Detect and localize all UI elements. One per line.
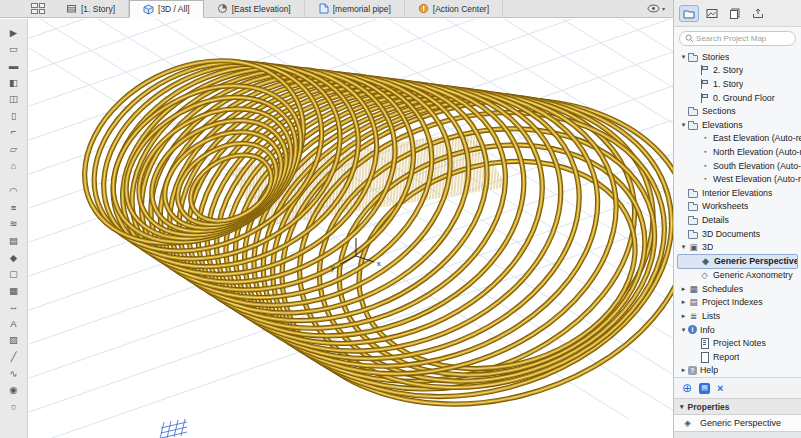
dimension-tool[interactable]: ↔ (3, 299, 25, 316)
marquee-tool[interactable]: ▭ (3, 41, 25, 58)
view-map-button[interactable] (702, 5, 722, 22)
tree-item-help[interactable]: ▸?Help (677, 364, 801, 377)
expand-icon[interactable]: ▸ (679, 312, 688, 320)
search-icon (685, 34, 693, 43)
origin-grid-glyph (160, 419, 187, 438)
tree-item-project-indexes[interactable]: ▸▤Project Indexes (677, 296, 801, 310)
tree-item-label: Generic Perspective (714, 256, 797, 266)
select-tool[interactable]: ▶ (3, 24, 25, 41)
window-tool[interactable]: ◫ (3, 90, 25, 107)
collapse-icon[interactable]: ▾ (679, 243, 688, 251)
column-tool[interactable]: ▯ (3, 107, 25, 124)
3d-viewport[interactable]: x y (29, 19, 673, 438)
shell-tool[interactable]: ◠ (3, 182, 25, 199)
tree-item-3d[interactable]: ▾▣3D (677, 240, 801, 254)
3d-cube-icon (143, 4, 154, 15)
tree-item-0-ground-floor[interactable]: 0. Ground Floor (677, 91, 801, 105)
expand-icon[interactable]: ▸ (679, 285, 688, 293)
tree-item-generic-axonometry[interactable]: ◇Generic Axonometry (677, 269, 801, 283)
folder-icon (688, 52, 699, 62)
elevation-icon: ◔ (699, 161, 710, 171)
text-tool[interactable]: A (3, 315, 25, 332)
tree-item-interior-elevations[interactable]: Interior Elevations (677, 186, 801, 200)
properties-selection-row[interactable]: ◈ Generic Perspective (674, 415, 801, 431)
object-tool[interactable]: ○ (3, 398, 25, 415)
tab-bar: [1. Story] [3D / All] [East Elevation] [… (0, 0, 673, 18)
view-map-icon (706, 8, 718, 19)
roof-tool[interactable]: ⌂ (3, 157, 25, 174)
properties-header[interactable]: ▾ Properties (674, 398, 801, 415)
tree-item-south-elevation-auto-rebuild[interactable]: ◔South Elevation (Auto-rebuild (677, 159, 801, 173)
collapse-icon[interactable]: ▾ (679, 326, 688, 334)
window-layout-button[interactable] (31, 3, 45, 14)
tab-east-elevation[interactable]: [East Elevation] (204, 0, 305, 17)
tree-item-east-elevation-auto-rebuild[interactable]: ◔East Elevation (Auto-rebuild (677, 132, 801, 146)
note-icon (699, 338, 710, 348)
3d-viewport-canvas: x y (29, 19, 673, 438)
collapse-icon[interactable]: ▾ (679, 53, 688, 61)
tab-overflow-button[interactable]: ▾ (647, 0, 665, 17)
tab-1-story[interactable]: [1. Story] (53, 0, 129, 17)
beam-tool[interactable]: ⌐ (3, 124, 25, 141)
settings-button[interactable]: ▤ (699, 383, 710, 394)
tree-item-stories[interactable]: ▾Stories (677, 50, 801, 64)
door-tool[interactable]: ◧ (3, 74, 25, 91)
navigator-header (674, 0, 801, 27)
line-tool[interactable]: ╱ (3, 348, 25, 365)
expand-icon[interactable]: ▸ (679, 298, 688, 306)
tab-label: [3D / All] (158, 4, 190, 14)
folder-icon (688, 215, 699, 225)
collapsed-panel-edge (674, 431, 801, 438)
delete-button[interactable]: × (717, 382, 723, 394)
search-input[interactable] (696, 34, 790, 43)
slab-tool[interactable]: ▱ (3, 140, 25, 157)
spline-tool[interactable]: ∿ (3, 365, 25, 382)
tree-item-label: 2. Story (713, 65, 743, 75)
tree-item-3d-documents[interactable]: 3D Documents (677, 227, 801, 241)
publisher-button[interactable] (748, 5, 768, 22)
add-viewpoint-button[interactable]: ⊕ (682, 382, 692, 394)
tree-item-label: Worksheets (702, 201, 748, 211)
tree-item-schedules[interactable]: ▸▦Schedules (677, 282, 801, 296)
tab-memorial-pipe[interactable]: [memorial pipe] (305, 0, 405, 17)
tree-item-label: Project Indexes (702, 297, 763, 307)
camera-tool[interactable]: ◉ (3, 381, 25, 398)
tree-item-label: Schedules (702, 284, 743, 294)
folder-icon (688, 201, 699, 211)
tree-item-details[interactable]: Details (677, 213, 801, 227)
zone-tool[interactable]: ▢ (3, 265, 25, 282)
project-map-button[interactable] (679, 5, 699, 22)
morph-tool[interactable]: ◆ (3, 249, 25, 266)
tree-item-west-elevation-auto-rebuild[interactable]: ◔West Elevation (Auto-rebuild (677, 172, 801, 186)
tree-item-sections[interactable]: Sections (677, 104, 801, 118)
tree-item-generic-perspective[interactable]: ◈Generic Perspective (677, 254, 798, 269)
search-box (679, 31, 796, 46)
stair-tool[interactable]: ≡ (3, 199, 25, 216)
collapse-icon[interactable]: ▾ (679, 121, 688, 129)
fill-tool[interactable]: ▨ (3, 332, 25, 349)
cube-icon: ▣ (688, 242, 699, 252)
info-icon: i (688, 325, 697, 334)
tree-item-info[interactable]: ▾iInfo (677, 323, 801, 337)
mesh-tool[interactable]: ▦ (3, 282, 25, 299)
tree-item-report[interactable]: Report (677, 350, 801, 364)
tab-3d-all[interactable]: [3D / All] (129, 0, 204, 18)
wall-tool[interactable]: ▬ (3, 57, 25, 74)
tree-item-1-story[interactable]: 1. Story (677, 77, 801, 91)
tab-action-center[interactable]: [Action Center] (405, 0, 503, 17)
tree-item-2-story[interactable]: 2. Story (677, 64, 801, 78)
story-icon (66, 3, 77, 14)
tree-item-elevations[interactable]: ▾Elevations (677, 118, 801, 132)
layout-book-button[interactable] (725, 5, 745, 22)
tree-item-label: 0. Ground Floor (713, 93, 775, 103)
railing-tool[interactable]: ≋ (3, 216, 25, 233)
tree-item-lists[interactable]: ▸≣Lists (677, 309, 801, 323)
tree-item-project-notes[interactable]: Project Notes (677, 336, 801, 350)
tree-item-worksheets[interactable]: Worksheets (677, 200, 801, 214)
expand-icon[interactable]: ▸ (679, 366, 688, 374)
curtain-wall-tool[interactable]: ▤ (3, 232, 25, 249)
schedule-icon: ▦ (688, 284, 699, 294)
tree-item-north-elevation-auto-rebuild[interactable]: ◔North Elevation (Auto-rebuild (677, 145, 801, 159)
tree-item-label: East Elevation (Auto-rebuild (713, 133, 801, 143)
list-icon: ≣ (688, 311, 699, 321)
